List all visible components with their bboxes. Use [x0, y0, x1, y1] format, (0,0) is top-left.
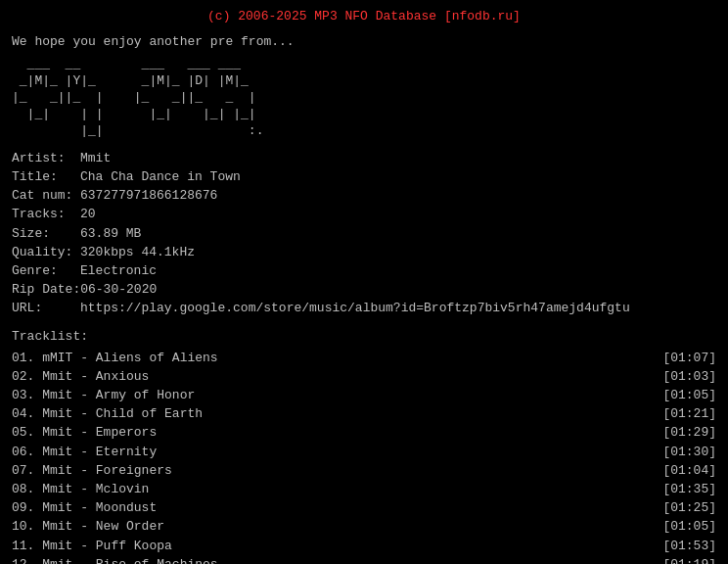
ascii-art: ___ __ ___ ___ ___ _|M|_ |Y|_ _|M|_ |D| …	[12, 57, 716, 139]
track-title: 07. Mmit - Foreigners	[12, 462, 662, 480]
list-item: 10. Mmit - New Order[01:05]	[12, 518, 716, 536]
track-duration: [01:03]	[662, 368, 716, 386]
size-value: 63.89 MB	[80, 225, 141, 243]
track-title: 09. Mmit - Moondust	[12, 499, 662, 517]
list-item: 07. Mmit - Foreigners[01:04]	[12, 462, 716, 480]
track-duration: [01:25]	[662, 499, 716, 517]
track-title: 02. Mmit - Anxious	[12, 368, 662, 386]
artist-label: Artist:	[12, 150, 80, 167]
ripdate-value: 06-30-2020	[80, 281, 157, 299]
url-value: https://play.google.com/store/music/albu…	[80, 300, 630, 317]
catnum-value: 637277971866128676	[80, 187, 217, 205]
title-value: Cha Cha Dance in Town	[80, 168, 241, 186]
track-title: 12. Mmit - Rise of Machines	[12, 556, 662, 564]
track-duration: [01:19]	[662, 556, 716, 564]
list-item: 05. Mmit - Emperors[01:29]	[12, 424, 716, 442]
intro-line: We hope you enjoy another pre from...	[12, 33, 716, 51]
track-duration: [01:07]	[662, 350, 716, 367]
list-item: 04. Mmit - Child of Earth[01:21]	[12, 405, 716, 423]
track-duration: [01:04]	[662, 462, 716, 480]
track-duration: [01:21]	[662, 405, 716, 423]
size-label: Size:	[12, 225, 80, 243]
metadata-section: Artist: Mmit Title: Cha Cha Dance in Tow…	[12, 150, 716, 318]
track-title: 03. Mmit - Army of Honor	[12, 387, 662, 404]
title-label: Title:	[12, 168, 80, 186]
track-duration: [01:05]	[662, 518, 716, 536]
artist-value: Mmit	[80, 150, 111, 167]
tracks-label: Tracks:	[12, 206, 80, 223]
tracklist-header: Tracklist:	[12, 328, 716, 346]
list-item: 11. Mmit - Puff Koopa[01:53]	[12, 538, 716, 555]
track-title: 06. Mmit - Eternity	[12, 444, 662, 461]
list-item: 03. Mmit - Army of Honor[01:05]	[12, 387, 716, 404]
track-duration: [01:35]	[662, 481, 716, 498]
track-title: 11. Mmit - Puff Koopa	[12, 538, 662, 555]
track-title: 05. Mmit - Emperors	[12, 424, 662, 442]
track-title: 10. Mmit - New Order	[12, 518, 662, 536]
track-title: 01. mMIT - Aliens of Aliens	[12, 350, 662, 367]
track-duration: [01:53]	[662, 538, 716, 555]
list-item: 01. mMIT - Aliens of Aliens[01:07]	[12, 350, 716, 367]
ripdate-label: Rip Date:	[12, 281, 80, 299]
list-item: 06. Mmit - Eternity[01:30]	[12, 444, 716, 461]
track-duration: [01:30]	[662, 444, 716, 461]
catnum-label: Cat num:	[12, 187, 80, 205]
list-item: 09. Mmit - Moondust[01:25]	[12, 499, 716, 517]
list-item: 12. Mmit - Rise of Machines[01:19]	[12, 556, 716, 564]
track-duration: [01:29]	[662, 424, 716, 442]
track-title: 04. Mmit - Child of Earth	[12, 405, 662, 423]
quality-value: 320kbps 44.1kHz	[80, 244, 195, 261]
list-item: 02. Mmit - Anxious[01:03]	[12, 368, 716, 386]
url-label: URL:	[12, 300, 80, 317]
header-copyright: (c) 2006-2025 MP3 NFO Database [nfodb.ru…	[12, 8, 716, 25]
track-title: 08. Mmit - Mclovin	[12, 481, 662, 498]
quality-label: Quality:	[12, 244, 80, 261]
tracks-value: 20	[80, 206, 96, 223]
tracklist: 01. mMIT - Aliens of Aliens[01:07]02. Mm…	[12, 350, 716, 564]
genre-value: Electronic	[80, 262, 157, 280]
list-item: 08. Mmit - Mclovin[01:35]	[12, 481, 716, 498]
genre-label: Genre:	[12, 262, 80, 280]
track-duration: [01:05]	[662, 387, 716, 404]
